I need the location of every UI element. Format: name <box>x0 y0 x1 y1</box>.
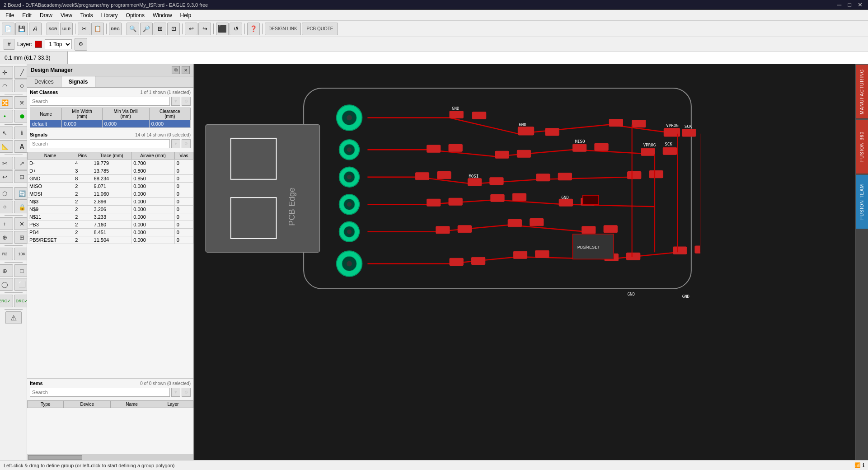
select-tool[interactable]: ↖ <box>0 127 13 139</box>
arc-tool[interactable]: ◠ <box>0 80 13 92</box>
table-row[interactable]: PB5/RESET 2 11.504 0.000 0 <box>28 236 193 244</box>
spin-tool[interactable]: 🔄 <box>14 187 28 200</box>
panel-close-btn[interactable]: ✕ <box>182 66 190 74</box>
bend-tool[interactable]: ↩ <box>0 170 13 183</box>
square-tool[interactable]: ⬜ <box>14 278 28 291</box>
route-tool[interactable]: 🔀 <box>0 96 13 109</box>
items-dropdown[interactable]: ▼ <box>171 388 180 397</box>
num-tool[interactable]: 10K <box>14 248 28 260</box>
tab-signals[interactable]: Signals <box>61 76 96 87</box>
layer-selector[interactable]: 1 Top <box>45 39 72 49</box>
table-row[interactable]: GND 8 68.234 0.850 0 <box>28 175 193 183</box>
circle-tool[interactable]: ○ <box>14 80 28 92</box>
miter-tool[interactable]: ↗ <box>14 157 28 169</box>
text-tool[interactable]: A <box>14 140 28 153</box>
menu-help[interactable]: Help <box>177 11 195 19</box>
line-tool[interactable]: ╱ <box>14 66 28 79</box>
command-input[interactable] <box>68 55 868 61</box>
items-search[interactable] <box>30 388 170 397</box>
info-tool[interactable]: ℹ <box>14 127 28 139</box>
table-row[interactable]: N$9 2 3.206 0.000 0 <box>28 206 193 213</box>
via-tool[interactable]: ⬤ <box>14 110 28 122</box>
lock-tool[interactable]: 🔒 <box>14 201 28 213</box>
menu-draw[interactable]: Draw <box>36 11 56 19</box>
ellipse-tool[interactable]: ◯ <box>0 278 13 291</box>
horizontal-scrollbar[interactable] <box>27 454 193 460</box>
titlebar-controls[interactable]: ─ □ ✕ <box>835 1 864 8</box>
zoom-in-btn[interactable]: 🔎 <box>140 23 153 35</box>
net-classes-filter[interactable]: ⚙ <box>182 97 191 106</box>
copy-tool[interactable]: ⊞ <box>14 231 28 244</box>
signals-dropdown[interactable]: ▼ <box>171 139 180 148</box>
close-button[interactable]: ✕ <box>856 1 864 8</box>
print-btn[interactable]: 🖨 <box>29 23 42 35</box>
cut-btn[interactable]: ✂ <box>78 23 90 35</box>
table-row[interactable]: N$3 2 2.896 0.000 0 <box>28 198 193 206</box>
fusion-team-tab[interactable]: FUSION TEAM <box>856 174 868 229</box>
table-row[interactable]: N$11 2 3.233 0.000 0 <box>28 213 193 221</box>
ratsnest-tool[interactable]: ⤱ <box>14 96 28 109</box>
stop-btn[interactable]: ⬛ <box>216 23 229 35</box>
signals-search[interactable] <box>30 139 170 148</box>
cross-tool[interactable]: ⊕ <box>0 264 13 277</box>
measure-tool[interactable]: 📐 <box>0 140 13 153</box>
drc-btn[interactable]: DRC <box>109 23 122 35</box>
help-btn[interactable]: ❓ <box>247 23 260 35</box>
table-row[interactable]: MISO 2 9.071 0.000 0 <box>28 183 193 190</box>
table-row[interactable]: default 0.000 0.000 0.000 <box>30 120 191 128</box>
wirepad-tool[interactable]: R2 <box>0 248 13 260</box>
warning-btn[interactable]: ⚠ <box>5 311 22 324</box>
undo-btn[interactable]: ↩ <box>185 23 197 35</box>
menu-view[interactable]: View <box>57 11 76 19</box>
new-btn[interactable]: 📄 <box>2 23 14 35</box>
scrollbar-thumb[interactable] <box>28 455 82 460</box>
items-filter[interactable]: ⚙ <box>182 388 191 397</box>
table-row[interactable]: MOSI 2 11.060 0.000 0 <box>28 190 193 198</box>
drc2-btn[interactable]: DRC✓ <box>14 295 28 307</box>
net-classes-dropdown[interactable]: ▼ <box>171 97 180 106</box>
erc-btn[interactable]: ERC✓ <box>0 295 13 307</box>
ulp-btn[interactable]: ULP <box>60 23 73 35</box>
net-classes-search[interactable] <box>30 97 170 106</box>
maximize-button[interactable]: □ <box>846 1 853 8</box>
scissors-tool[interactable]: ✂ <box>0 157 13 169</box>
table-row[interactable]: D+ 3 13.785 0.800 0 <box>28 167 193 175</box>
panel-detach-btn[interactable]: ⧉ <box>172 66 180 74</box>
pcb-quote-btn[interactable]: PCB QUOTE <box>302 23 338 35</box>
menu-edit[interactable]: Edit <box>19 11 35 19</box>
manufacturing-tab[interactable]: MANUFACTURING <box>856 64 868 118</box>
table-row[interactable]: PB3 2 7.160 0.000 0 <box>28 221 193 229</box>
delete-tool[interactable]: ✕ <box>14 217 28 230</box>
signals-filter[interactable]: ⚙ <box>182 139 191 148</box>
drag-tool[interactable]: ⊕ <box>0 231 13 244</box>
script-btn[interactable]: SCR <box>47 23 59 35</box>
minimize-button[interactable]: ─ <box>835 1 843 8</box>
pcb-canvas[interactable]: PCB Edge <box>194 64 855 460</box>
repeat-btn[interactable]: ↺ <box>230 23 242 35</box>
tab-devices[interactable]: Devices <box>27 76 61 87</box>
add-tool[interactable]: + <box>0 217 13 230</box>
mirror-tool[interactable]: ⬡ <box>0 187 13 200</box>
menu-window[interactable]: Window <box>149 11 176 19</box>
menu-file[interactable]: File <box>2 11 18 19</box>
grid-toggle-btn[interactable]: # <box>4 39 14 50</box>
menu-tools[interactable]: Tools <box>77 11 97 19</box>
rect-tool[interactable]: □ <box>14 264 28 277</box>
table-row[interactable]: D- 4 19.779 0.700 0 <box>28 160 193 167</box>
zoom-fit-btn[interactable]: ⊞ <box>154 23 166 35</box>
table-row[interactable]: PB4 2 8.451 0.000 0 <box>28 229 193 236</box>
menu-library[interactable]: Library <box>98 11 122 19</box>
design-link-btn[interactable]: DESIGN LINK <box>265 23 301 35</box>
padstack-tool[interactable]: ⊙ <box>0 201 13 213</box>
polygon-tool[interactable]: ● <box>0 110 13 122</box>
menu-options[interactable]: Options <box>122 11 148 19</box>
save-btn[interactable]: 💾 <box>15 23 28 35</box>
fusion360-tab[interactable]: FUSION 360 <box>856 119 868 174</box>
redo-btn[interactable]: ↪ <box>198 23 211 35</box>
zoom-sel-btn[interactable]: ⊡ <box>167 23 180 35</box>
zoom-out-btn[interactable]: 🔍 <box>127 23 139 35</box>
paste-btn[interactable]: 📋 <box>91 23 104 35</box>
layer-settings-btn[interactable]: ⚙ <box>75 38 87 51</box>
move-tool[interactable]: ✛ <box>0 66 13 79</box>
optimize-tool[interactable]: ⊡ <box>14 170 28 183</box>
